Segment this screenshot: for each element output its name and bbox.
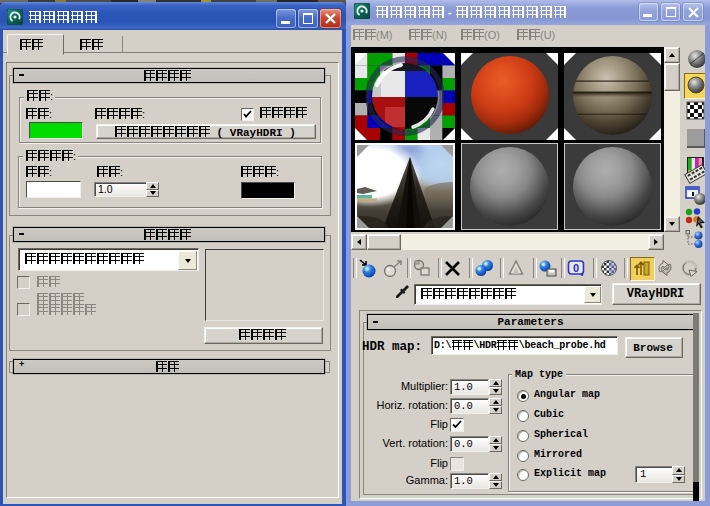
svg-text:0: 0	[573, 262, 579, 274]
